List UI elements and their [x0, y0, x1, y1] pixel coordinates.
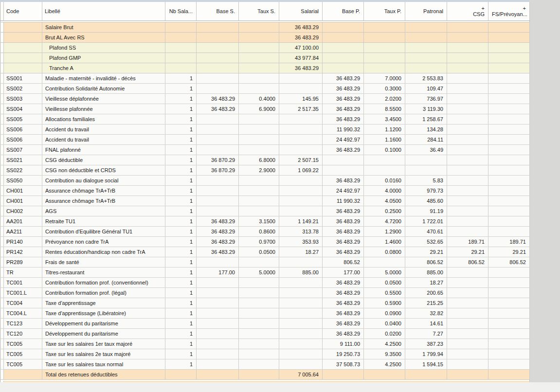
cell-base_p: 36 483.29 — [323, 84, 364, 94]
cell-salarial: 1 149.21 — [279, 216, 323, 227]
cell-libelle: Taxe sur les salaires taux normal — [42, 359, 165, 370]
table-row[interactable]: Tranche A36 483.29 — [0, 63, 530, 73]
expand-plus-icon[interactable]: + — [451, 5, 485, 11]
cell-csg — [447, 33, 488, 43]
cell-code: SS005 — [4, 114, 42, 125]
row-gutter — [0, 73, 4, 84]
row-gutter — [0, 370, 4, 380]
cell-code: TR — [4, 267, 42, 278]
column-header-label: Base S. — [200, 8, 235, 15]
cell-nb: 1 — [165, 73, 197, 84]
cell-base_p: 806.52 — [323, 257, 364, 267]
cell-nb: 1 — [165, 267, 197, 278]
table-row[interactable]: Plafond SS47 100.00 — [0, 43, 530, 53]
row-gutter — [0, 186, 4, 196]
expand-plus-icon[interactable]: + — [492, 5, 526, 11]
cell-base_s — [197, 308, 239, 319]
column-header-nb[interactable]: Nb Sala... — [165, 2, 197, 21]
cell-patronal — [405, 63, 447, 73]
cell-csg — [447, 298, 488, 308]
cell-salarial: 18.27 — [279, 247, 323, 257]
table-row[interactable]: CH002AGS136 483.290.250091.19 — [0, 206, 530, 216]
cell-patronal: 885.00 — [405, 267, 447, 278]
table-row[interactable]: TC120Développement du paritarisme136 483… — [0, 329, 530, 339]
table-row[interactable]: TC005Taxe sur les salaires 2e taux major… — [0, 349, 530, 359]
table-row[interactable]: Brut AL Avec RS36 483.29 — [0, 33, 530, 43]
table-row[interactable]: SS006Accident du travail124 492.971.1600… — [0, 135, 530, 145]
table-row[interactable]: PR140Prévoyance non cadre TrA136 483.290… — [0, 237, 530, 247]
cell-libelle: Tranche A — [42, 63, 165, 73]
table-row[interactable]: TC004.LTaxe d'apprentissage (Libératoire… — [0, 308, 530, 319]
column-header-code[interactable]: Code — [4, 2, 42, 21]
cell-csg — [447, 288, 488, 298]
cell-taux_p: 0.2500 — [364, 206, 405, 216]
cell-csg — [447, 278, 488, 288]
column-header-base_s[interactable]: Base S. — [197, 2, 239, 21]
cell-taux_p — [364, 43, 405, 53]
table-row[interactable]: PR289Frais de santé1806.52806.52806.5280… — [0, 257, 530, 267]
table-row[interactable]: CH001Assurance chômage TrA+TrB111 990.32… — [0, 196, 530, 206]
table-row[interactable]: SS006Accident du travail111 990.321.1200… — [0, 125, 530, 135]
cell-base_s: 177.00 — [197, 267, 239, 278]
column-header-label: Libellé — [45, 8, 162, 15]
table-row[interactable]: TC001Contribution formation prof. (conve… — [0, 278, 530, 288]
cell-base_s: 36 483.29 — [197, 94, 239, 104]
table-row[interactable]: AA201Retraite TU1136 483.293.15001 149.2… — [0, 216, 530, 227]
cell-code: CH001 — [4, 196, 42, 206]
table-row[interactable]: SS005Allocations familiales136 483.293.4… — [0, 114, 530, 125]
row-gutter — [0, 22, 4, 33]
cell-nb: 1 — [165, 308, 197, 319]
table-row[interactable]: SS021CSG déductible136 870.296.80002 507… — [0, 155, 530, 165]
table-row[interactable]: SS050Contribution au dialogue social136 … — [0, 176, 530, 186]
cell-fs — [488, 165, 530, 176]
table-row[interactable]: Plafond GMP43 977.84 — [0, 53, 530, 63]
cell-taux_p: 4.0000 — [364, 186, 405, 196]
column-header-fs[interactable]: +FS/Prévoyan... — [488, 2, 530, 21]
cell-csg — [447, 267, 488, 278]
cell-taux_p: 0.0900 — [364, 308, 405, 319]
cell-base_p: 36 483.29 — [323, 329, 364, 339]
column-header-label: Code — [6, 8, 38, 15]
table-row[interactable]: TC005Taxe sur les salaires taux normal13… — [0, 359, 530, 370]
cell-libelle: Assurance chômage TrA+TrB — [42, 186, 165, 196]
cell-libelle: FNAL plafonné — [42, 145, 165, 155]
table-row[interactable]: TC001.LContribution formation prof. (lég… — [0, 288, 530, 298]
cell-taux_p: 4.0500 — [364, 196, 405, 206]
cell-fs — [488, 33, 530, 43]
table-row[interactable]: SS022CSG non déductible et CRDS136 870.2… — [0, 165, 530, 176]
table-row[interactable]: Salaire Brut36 483.29 — [0, 22, 530, 33]
cell-base_p: 36 483.29 — [323, 288, 364, 298]
cell-base_s — [197, 206, 239, 216]
cell-csg — [447, 73, 488, 84]
table-row[interactable]: SS007FNAL plafonné136 483.290.100036.49 — [0, 145, 530, 155]
table-row[interactable]: SS003Vieillesse déplafonnée136 483.290.4… — [0, 94, 530, 104]
cell-libelle: Plafond SS — [42, 43, 165, 53]
column-header-taux_s[interactable]: Taux S. — [239, 2, 279, 21]
column-header-taux_p[interactable]: Taux P. — [364, 2, 405, 21]
row-gutter — [0, 278, 4, 288]
cell-taux_s — [239, 359, 279, 370]
column-header-libelle[interactable]: Libellé — [42, 2, 165, 21]
table-row[interactable]: TC123Développement du paritarisme136 483… — [0, 319, 530, 329]
table-row[interactable]: TC004Taxe d'apprentissage136 483.290.590… — [0, 298, 530, 308]
table-row[interactable]: CH001Assurance chômage TrA+TrB124 492.97… — [0, 186, 530, 196]
table-row[interactable]: TRTitres-restaurant1177.005.0000885.0017… — [0, 267, 530, 278]
column-header-csg[interactable]: +CSG — [447, 2, 488, 21]
cell-csg: 189.71 — [447, 237, 488, 247]
cell-nb: 1 — [165, 84, 197, 94]
cell-csg — [447, 63, 488, 73]
table-row[interactable]: PR142Rentes éducation/handicap non cadre… — [0, 247, 530, 257]
table-row[interactable]: Total des retenues déductibles7 005.64 — [0, 370, 530, 380]
cell-libelle: Retraite TU1 — [42, 216, 165, 227]
cell-salarial — [279, 145, 323, 155]
table-row[interactable]: SS002Contribution Solidarité Autonomie13… — [0, 84, 530, 94]
table-row[interactable]: AA211Contribution d'Equilibre Général TU… — [0, 227, 530, 237]
column-header-salarial[interactable]: Salarial — [279, 2, 323, 21]
table-row[interactable]: TC005Taxe sur les salaires 1er taux majo… — [0, 339, 530, 349]
column-header-base_p[interactable]: Base P. — [323, 2, 364, 21]
table-row[interactable]: SS001Maladie - maternité - invalidité - … — [0, 73, 530, 84]
table-row[interactable]: SS004Vieillesse plafonnée136 483.296.900… — [0, 104, 530, 114]
cell-code: SS007 — [4, 145, 42, 155]
column-header-patronal[interactable]: Patronal — [405, 2, 447, 21]
cell-patronal — [405, 33, 447, 43]
